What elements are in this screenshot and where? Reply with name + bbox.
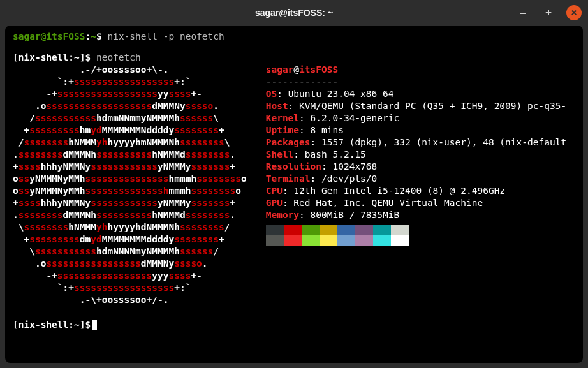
color-swatch bbox=[373, 235, 391, 246]
info-label: Shell bbox=[266, 149, 294, 159]
info-label: Packages bbox=[266, 137, 311, 147]
color-swatch bbox=[320, 235, 337, 246]
info-value: : Ubuntu 23.04 x86_64 bbox=[277, 89, 393, 99]
info-kernel: Kernel: 6.2.0-34-generic bbox=[266, 112, 575, 124]
prompt-path: ~ bbox=[91, 31, 96, 41]
window-title: sagar@itsFOSS: ~ bbox=[255, 7, 333, 18]
prompt-line-2: [nix-shell:~]$ neofetch bbox=[13, 52, 575, 64]
color-swatches bbox=[266, 225, 409, 246]
info-label: CPU bbox=[266, 186, 283, 196]
color-swatch bbox=[391, 225, 409, 235]
system-info: sagar@itsFOSS ------------- OS: Ubuntu 2… bbox=[266, 64, 575, 306]
color-swatch bbox=[266, 235, 284, 246]
info-shell: Shell: bash 5.2.15 bbox=[266, 149, 575, 161]
info-value: : 1024x768 bbox=[321, 161, 377, 172]
info-label: Memory bbox=[266, 210, 299, 220]
info-value: : Red Hat, Inc. QEMU Virtual Machine bbox=[283, 198, 483, 208]
info-value: : 8 mins bbox=[299, 125, 344, 135]
command-text: nix-shell -p neofetch bbox=[107, 31, 224, 41]
info-label: GPU bbox=[266, 198, 283, 208]
info-host: itsFOSS bbox=[299, 64, 338, 75]
maximize-button[interactable]: + bbox=[541, 5, 556, 20]
info-resolution: Resolution: 1024x768 bbox=[266, 161, 575, 173]
cursor-icon bbox=[92, 320, 97, 330]
info-host-row: Host: KVM/QEMU (Standard PC (Q35 + ICH9,… bbox=[266, 100, 575, 112]
color-swatch bbox=[266, 225, 284, 235]
prompt-sep: : bbox=[85, 31, 91, 41]
info-label: Terminal bbox=[266, 173, 311, 184]
titlebar: sagar@itsFOSS: ~ – + × bbox=[0, 0, 588, 26]
color-swatch bbox=[391, 235, 409, 246]
color-swatch bbox=[284, 225, 302, 235]
info-user: sagar bbox=[266, 64, 294, 75]
info-gpu: GPU: Red Hat, Inc. QEMU Virtual Machine bbox=[266, 197, 575, 209]
info-label: Host bbox=[266, 101, 288, 111]
info-divider: ------------- bbox=[266, 76, 575, 88]
window-controls: – + × bbox=[515, 5, 582, 20]
info-label: Uptime bbox=[266, 125, 299, 135]
color-swatch bbox=[320, 225, 337, 235]
info-label: OS bbox=[266, 89, 277, 99]
command-text: neofetch bbox=[96, 52, 141, 63]
info-terminal: Terminal: /dev/pts/0 bbox=[266, 173, 575, 185]
prompt-userhost: sagar@itsFOSS bbox=[13, 31, 85, 41]
terminal-viewport[interactable]: sagar@itsFOSS:~$ nix-shell -p neofetch [… bbox=[5, 26, 583, 363]
color-swatch bbox=[302, 235, 320, 246]
neofetch-output: .-/+oossssoo+\-. `:+ssssssssssssssssss+:… bbox=[13, 64, 575, 306]
info-memory: Memory: 800MiB / 7835MiB bbox=[266, 209, 575, 221]
info-userhost: sagar@itsFOSS bbox=[266, 64, 575, 76]
color-swatch bbox=[337, 225, 355, 235]
info-value: : KVM/QEMU (Standard PC (Q35 + ICH9, 200… bbox=[288, 101, 567, 111]
info-value: : 800MiB / 7835MiB bbox=[299, 210, 399, 220]
info-label: Kernel bbox=[266, 113, 299, 123]
nix-shell-prompt: [nix-shell:~]$ bbox=[13, 52, 96, 63]
info-uptime: Uptime: 8 mins bbox=[266, 124, 575, 136]
color-swatch bbox=[337, 235, 355, 246]
close-button[interactable]: × bbox=[566, 5, 582, 20]
color-swatch bbox=[355, 225, 373, 235]
minimize-button[interactable]: – bbox=[515, 5, 531, 20]
info-label: Resolution bbox=[266, 161, 321, 172]
prompt-dollar: $ bbox=[96, 31, 107, 41]
color-swatch bbox=[355, 235, 373, 246]
color-swatch bbox=[373, 225, 391, 235]
prompt-line-1: sagar@itsFOSS:~$ nix-shell -p neofetch bbox=[13, 31, 575, 43]
info-at: @ bbox=[293, 64, 299, 75]
info-value: : 6.2.0-34-generic bbox=[299, 113, 399, 123]
color-swatch bbox=[284, 235, 302, 246]
info-packages: Packages: 1557 (dpkg), 332 (nix-user), 4… bbox=[266, 136, 575, 149]
info-os: OS: Ubuntu 23.04 x86_64 bbox=[266, 88, 575, 100]
info-value: : /dev/pts/0 bbox=[311, 173, 378, 184]
info-value: : 1557 (dpkg), 332 (nix-user), 48 (nix-d… bbox=[311, 137, 567, 147]
color-swatch bbox=[302, 225, 320, 235]
nix-shell-prompt: [nix-shell:~]$ bbox=[13, 320, 91, 330]
ascii-logo: .-/+oossssoo+\-. `:+ssssssssssssssssss+:… bbox=[13, 64, 247, 306]
info-value: : 12th Gen Intel i5-12400 (8) @ 2.496GHz bbox=[283, 186, 505, 196]
info-cpu: CPU: 12th Gen Intel i5-12400 (8) @ 2.496… bbox=[266, 185, 575, 197]
info-value: : bash 5.2.15 bbox=[293, 149, 366, 159]
prompt-line-3: [nix-shell:~]$ bbox=[13, 319, 575, 331]
